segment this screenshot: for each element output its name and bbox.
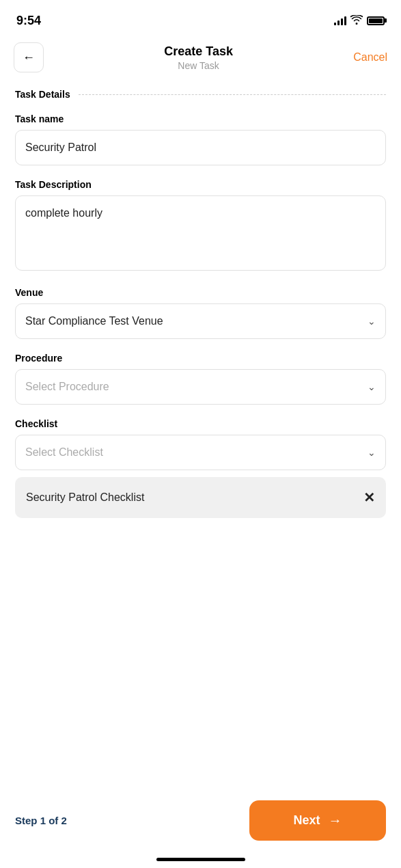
page-title: Create Task (164, 44, 233, 59)
section-divider (79, 94, 386, 95)
procedure-label: Procedure (15, 353, 386, 364)
cancel-button[interactable]: Cancel (353, 51, 387, 64)
signal-icon (334, 16, 346, 25)
section-title-task-details: Task Details (15, 89, 70, 100)
checklist-placeholder: Select Checklist (25, 446, 103, 459)
procedure-placeholder: Select Procedure (25, 381, 109, 393)
step-indicator: Step 1 of 2 (15, 815, 67, 826)
checklist-remove-button[interactable]: ✕ (363, 489, 375, 506)
header-center: Create Task New Task (164, 44, 233, 71)
task-name-input[interactable] (15, 130, 386, 165)
task-details-section-header: Task Details (15, 89, 386, 100)
home-indicator (156, 858, 245, 861)
checklist-label: Checklist (15, 418, 386, 429)
back-arrow-icon: ← (23, 51, 35, 65)
venue-selected-value: Star Compliance Test Venue (25, 315, 163, 327)
status-bar: 9:54 (0, 0, 401, 37)
next-arrow-icon: → (329, 813, 342, 828)
task-description-label: Task Description (15, 179, 386, 190)
procedure-dropdown[interactable]: Select Procedure ⌄ (15, 369, 386, 405)
next-button[interactable]: Next → (249, 800, 386, 841)
battery-icon (367, 16, 385, 25)
wifi-icon (350, 15, 363, 27)
form-content: Task Details Task name Task Description … (0, 89, 401, 518)
checklist-tag-text: Security Patrol Checklist (26, 491, 144, 504)
status-icons (334, 15, 385, 27)
venue-label: Venue (15, 287, 386, 298)
checklist-dropdown[interactable]: Select Checklist ⌄ (15, 435, 386, 470)
next-button-label: Next (293, 813, 320, 828)
task-name-label: Task name (15, 113, 386, 124)
status-time: 9:54 (16, 14, 41, 28)
venue-chevron-icon: ⌄ (368, 316, 376, 327)
checklist-chevron-icon: ⌄ (368, 447, 376, 458)
task-description-input[interactable] (15, 195, 386, 271)
footer: Step 1 of 2 Next → (0, 789, 401, 868)
back-button[interactable]: ← (14, 42, 44, 72)
procedure-chevron-icon: ⌄ (368, 381, 376, 392)
checklist-tag: Security Patrol Checklist ✕ (15, 477, 386, 518)
page-subtitle: New Task (164, 60, 233, 71)
header: ← Create Task New Task Cancel (0, 37, 401, 83)
venue-dropdown[interactable]: Star Compliance Test Venue ⌄ (15, 303, 386, 339)
